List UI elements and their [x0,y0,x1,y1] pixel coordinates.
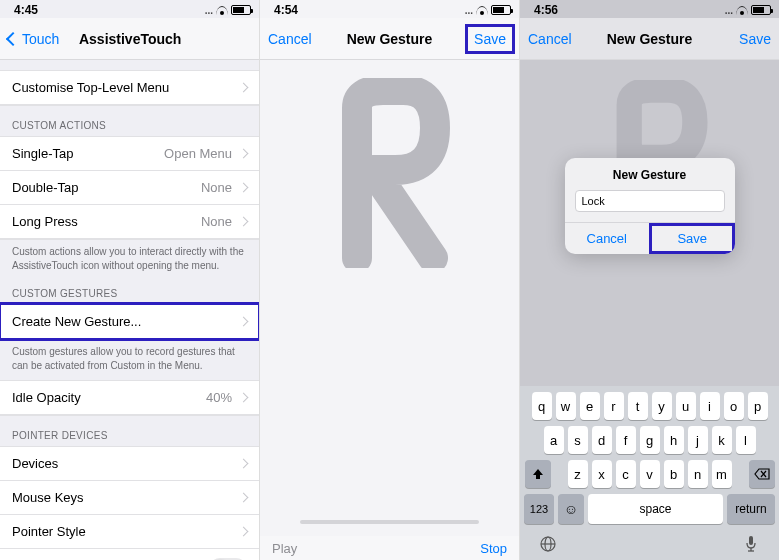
status-icons: ... [205,5,251,16]
mouse-keys-row[interactable]: Mouse Keys [0,480,259,514]
single-tap-row[interactable]: Single-Tap Open Menu [0,136,259,170]
save-button[interactable]: Save [721,31,771,47]
key-n[interactable]: n [688,460,708,488]
key-v[interactable]: v [640,460,660,488]
long-press-row[interactable]: Long Press None [0,204,259,239]
signal-icon: ... [725,5,733,16]
row-label: Idle Opacity [12,390,81,405]
section-header-gestures: CUSTOM GESTURES [0,274,259,304]
key-r[interactable]: r [604,392,624,420]
name-gesture-alert: New Gesture Cancel Save [565,158,735,254]
chevron-right-icon [239,183,249,193]
status-time: 4:56 [534,3,558,17]
gesture-name-input[interactable] [575,190,725,212]
signal-icon: ... [205,5,213,16]
signal-icon: ... [465,5,473,16]
gesture-stroke-r [325,78,455,268]
devices-row[interactable]: Devices [0,446,259,480]
pointer-style-row[interactable]: Pointer Style [0,514,259,548]
key-m[interactable]: m [712,460,732,488]
row-label: Mouse Keys [12,490,84,505]
key-b[interactable]: b [664,460,684,488]
customise-menu-row[interactable]: Customise Top-Level Menu [0,70,259,105]
create-gesture-row[interactable]: Create New Gesture... [0,304,259,339]
row-label: Devices [12,456,58,471]
backspace-key[interactable] [749,460,775,488]
chevron-right-icon [239,217,249,227]
double-tap-row[interactable]: Double-Tap None [0,170,259,204]
key-u[interactable]: u [676,392,696,420]
row-value: 40% [206,390,232,405]
key-q[interactable]: q [532,392,552,420]
gesture-canvas[interactable] [260,60,519,534]
chevron-right-icon [239,493,249,503]
battery-icon [751,5,771,15]
section-header-pointer: POINTER DEVICES [0,416,259,446]
cancel-button[interactable]: Cancel [528,31,578,47]
globe-key[interactable] [538,534,558,554]
numbers-key[interactable]: 123 [524,494,554,524]
key-h[interactable]: h [664,426,684,454]
page-title: AssistiveTouch [79,31,181,47]
chevron-right-icon [239,393,249,403]
shift-key[interactable] [525,460,551,488]
space-key[interactable]: space [588,494,723,524]
key-j[interactable]: j [688,426,708,454]
key-o[interactable]: o [724,392,744,420]
key-l[interactable]: l [736,426,756,454]
key-z[interactable]: z [568,460,588,488]
row-label: Double-Tap [12,180,79,195]
key-x[interactable]: x [592,460,612,488]
page-title: New Gesture [347,31,433,47]
chevron-right-icon [239,83,249,93]
play-button[interactable]: Play [272,541,297,556]
alert-save-button[interactable]: Save [649,223,735,254]
status-icons: ... [465,5,511,16]
scroll-indicator [300,520,479,524]
section-footer-actions: Custom actions allow you to interact dir… [0,240,259,274]
key-t[interactable]: t [628,392,648,420]
section-footer-gestures: Custom gestures allow you to record gest… [0,340,259,374]
dictation-key[interactable] [741,534,761,554]
key-f[interactable]: f [616,426,636,454]
key-p[interactable]: p [748,392,768,420]
key-k[interactable]: k [712,426,732,454]
status-time: 4:54 [274,3,298,17]
key-d[interactable]: d [592,426,612,454]
cancel-button[interactable]: Cancel [268,31,318,47]
key-e[interactable]: e [580,392,600,420]
keyboard: qwertyuiop asdfghjkl zxcvbnm 123 ☺ space… [520,386,779,560]
key-a[interactable]: a [544,426,564,454]
status-icons: ... [725,5,771,16]
key-c[interactable]: c [616,460,636,488]
status-time: 4:45 [14,3,38,17]
alert-cancel-button[interactable]: Cancel [565,223,650,254]
battery-icon [231,5,251,15]
svg-rect-3 [749,536,753,545]
wifi-icon [736,6,748,15]
key-i[interactable]: i [700,392,720,420]
section-header-actions: CUSTOM ACTIONS [0,106,259,136]
back-button[interactable]: Touch [8,31,59,47]
stop-button[interactable]: Stop [480,541,507,556]
wifi-icon [216,6,228,15]
key-w[interactable]: w [556,392,576,420]
idle-opacity-row[interactable]: Idle Opacity 40% [0,380,259,415]
onscreen-keyboard-row[interactable]: Show Onscreen Keyboard [0,548,259,560]
return-key[interactable]: return [727,494,775,524]
emoji-key[interactable]: ☺ [558,494,584,524]
nav-bar: Cancel New Gesture Save [260,18,519,60]
row-label: Long Press [12,214,78,229]
key-y[interactable]: y [652,392,672,420]
toolbar: Play Stop [260,536,519,560]
row-label: Customise Top-Level Menu [12,80,169,95]
chevron-left-icon [6,31,20,45]
chevron-right-icon [239,527,249,537]
row-label: Create New Gesture... [12,314,141,329]
key-s[interactable]: s [568,426,588,454]
row-value: Open Menu [164,146,232,161]
key-g[interactable]: g [640,426,660,454]
wifi-icon [476,6,488,15]
save-button[interactable]: Save [465,24,515,54]
chevron-right-icon [239,149,249,159]
